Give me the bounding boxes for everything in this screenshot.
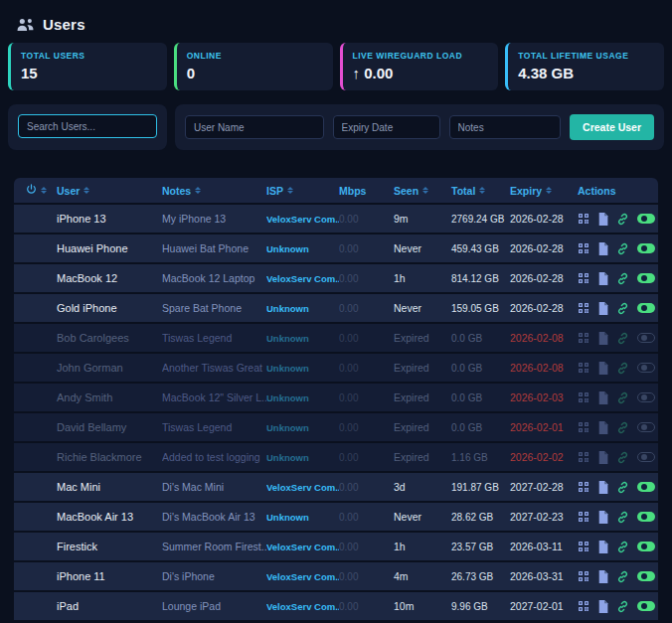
link-icon[interactable] — [616, 391, 629, 404]
stat-card: TOTAL LIFETIME USAGE 4.38 GB — [505, 43, 664, 90]
link-icon[interactable] — [616, 242, 629, 255]
enable-toggle[interactable] — [637, 422, 655, 432]
table-row: Huawei Phone Huawei Bat Phone Unknown 0.… — [14, 234, 658, 262]
config-file-icon[interactable] — [597, 302, 608, 315]
stat-card: ONLINE 0 — [174, 43, 333, 90]
config-file-icon[interactable] — [597, 511, 608, 524]
power-icon — [26, 184, 37, 197]
link-icon[interactable] — [616, 272, 629, 285]
total-cell: 191.87 GB — [451, 482, 510, 493]
enable-toggle[interactable] — [637, 243, 655, 253]
qr-code-icon[interactable] — [578, 213, 589, 225]
config-file-icon[interactable] — [597, 332, 608, 345]
config-file-icon[interactable] — [597, 570, 608, 583]
enable-toggle[interactable] — [637, 214, 655, 224]
table-row: David Bellamy Tiswas Legend Unknown 0.00… — [14, 413, 658, 441]
enable-toggle[interactable] — [637, 363, 655, 373]
enable-toggle[interactable] — [637, 333, 655, 343]
notes-cell: Di's Mac Mini — [162, 481, 266, 493]
link-icon[interactable] — [616, 600, 629, 613]
qr-code-icon[interactable] — [578, 362, 589, 374]
column-header-seen[interactable]: Seen — [394, 185, 451, 197]
link-icon[interactable] — [616, 421, 629, 434]
column-header-notes[interactable]: Notes — [162, 185, 266, 197]
config-file-icon[interactable] — [597, 242, 608, 255]
column-header-total[interactable]: Total — [451, 185, 510, 197]
link-icon[interactable] — [616, 213, 629, 226]
enable-toggle[interactable] — [637, 601, 655, 611]
config-file-icon[interactable] — [597, 481, 608, 494]
search-panel — [8, 104, 167, 150]
table-row: iPad Lounge iPad VeloxServ Com... 0.00 1… — [14, 592, 658, 620]
qr-code-icon[interactable] — [578, 600, 589, 612]
enable-toggle[interactable] — [637, 452, 655, 462]
status-cell — [14, 332, 57, 344]
enable-toggle[interactable] — [637, 571, 655, 581]
status-cell — [14, 391, 57, 403]
table-row: iPhone 11 Di's iPhone VeloxServ Com... 0… — [14, 562, 658, 590]
link-icon[interactable] — [616, 570, 629, 583]
table-row: Andy Smith MacBook 12" Silver L... Unkno… — [14, 384, 658, 411]
seen-cell: 10m — [394, 600, 451, 612]
column-header-user[interactable]: User — [57, 185, 162, 197]
qr-code-icon[interactable] — [578, 451, 589, 463]
create-user-button[interactable]: Create User — [570, 114, 654, 140]
user-cell: Huawei Phone — [57, 242, 162, 254]
user-cell: Mac Mini — [57, 481, 162, 493]
sort-icon — [546, 187, 552, 194]
enable-toggle[interactable] — [637, 482, 655, 492]
enable-toggle[interactable] — [637, 512, 655, 522]
mbps-cell: 0.00 — [339, 363, 394, 374]
sort-icon — [195, 187, 201, 194]
qr-code-icon[interactable] — [578, 332, 589, 344]
sort-icon — [479, 187, 485, 194]
qr-code-icon[interactable] — [578, 541, 589, 552]
table-row: Gold iPhone Spare Bat Phone Unknown 0.00… — [14, 294, 658, 322]
expiry-date-field[interactable] — [333, 115, 440, 139]
qr-code-icon[interactable] — [578, 302, 589, 314]
column-header-expiry[interactable]: Expiry — [510, 185, 578, 197]
qr-code-icon[interactable] — [578, 481, 589, 493]
link-icon[interactable] — [616, 451, 629, 464]
notes-field[interactable] — [449, 115, 562, 139]
isp-cell: VeloxServ Com... — [266, 214, 339, 225]
config-file-icon[interactable] — [597, 272, 608, 285]
qr-code-icon[interactable] — [578, 391, 589, 403]
config-file-icon[interactable] — [597, 362, 608, 375]
config-file-icon[interactable] — [597, 213, 608, 226]
toggle-knob — [641, 424, 647, 430]
total-cell: 814.12 GB — [451, 273, 510, 284]
total-cell: 0.0 GB — [451, 333, 510, 344]
link-icon[interactable] — [616, 302, 629, 315]
column-header-power[interactable] — [14, 184, 57, 197]
mbps-cell: 0.00 — [339, 273, 394, 284]
qr-code-icon[interactable] — [578, 242, 589, 254]
link-icon[interactable] — [616, 332, 629, 345]
qr-code-icon[interactable] — [578, 570, 589, 582]
notes-cell: Tiswas Legend — [162, 332, 266, 344]
expiry-cell: 2026-02-28 — [510, 302, 578, 314]
link-icon[interactable] — [616, 511, 629, 524]
qr-code-icon[interactable] — [578, 511, 589, 523]
search-input[interactable] — [18, 114, 157, 138]
actions-cell — [578, 272, 658, 285]
link-icon[interactable] — [616, 541, 629, 553]
toggle-knob — [641, 394, 647, 400]
config-file-icon[interactable] — [597, 391, 608, 404]
enable-toggle[interactable] — [637, 392, 655, 402]
user-name-field[interactable] — [185, 115, 324, 139]
qr-code-icon[interactable] — [578, 421, 589, 433]
link-icon[interactable] — [616, 362, 629, 375]
enable-toggle[interactable] — [637, 273, 655, 283]
config-file-icon[interactable] — [597, 451, 608, 464]
config-file-icon[interactable] — [597, 421, 608, 434]
enable-toggle[interactable] — [637, 542, 655, 551]
enable-toggle[interactable] — [637, 303, 655, 313]
link-icon[interactable] — [616, 481, 629, 494]
config-file-icon[interactable] — [597, 600, 608, 613]
total-cell: 26.73 GB — [451, 571, 510, 582]
qr-code-icon[interactable] — [578, 272, 589, 284]
config-file-icon[interactable] — [597, 541, 608, 553]
seen-cell: Expired — [394, 451, 451, 463]
column-header-isp[interactable]: ISP — [266, 185, 339, 197]
